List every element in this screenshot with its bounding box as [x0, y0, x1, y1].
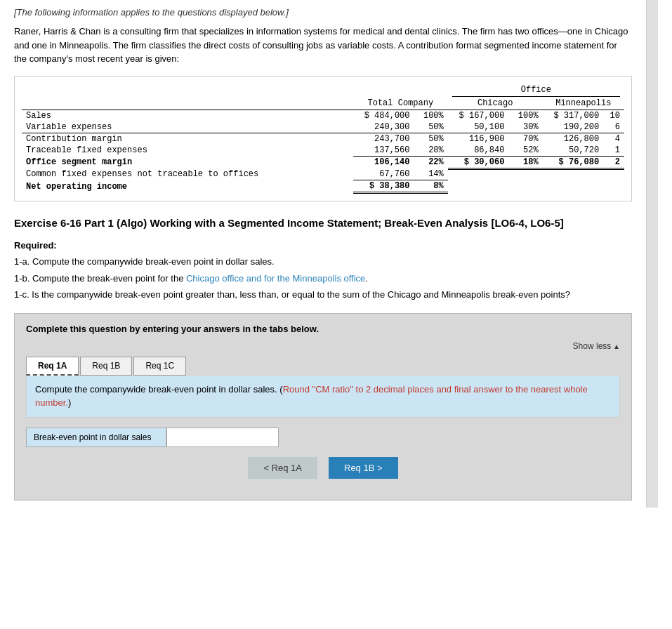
var-total-pct: 50%	[414, 121, 447, 133]
osm-total-pct: 22%	[414, 156, 447, 168]
th-empty	[22, 97, 353, 110]
cfe-chicago-pct-empty	[508, 168, 542, 180]
required-item-1c: 1-c. Is the companywide break-even point…	[14, 288, 632, 302]
row-label-cm: Contribution margin	[22, 133, 353, 145]
sales-mpls-dollar: $ 317,000	[543, 110, 604, 121]
tabs-row: Req 1A Req 1B Req 1C	[26, 357, 620, 376]
exercise-heading: Exercise 6-16 Part 1 (Algo) Working with…	[14, 216, 632, 230]
sales-chicago-dollar: $ 167,000	[448, 110, 509, 121]
sales-total-dollar: $ 484,000	[353, 110, 414, 121]
table-row: Net operating income $ 38,380 8%	[22, 180, 624, 193]
prev-button[interactable]: < Req 1A	[248, 457, 317, 479]
req-1a-text: 1-a. Compute the companywide break-even …	[14, 256, 275, 267]
th-total-company: Total Company	[353, 97, 448, 110]
cm-mpls-pct: 4	[603, 133, 624, 145]
cfe-mpls-pct-empty	[603, 168, 624, 180]
req-1b-link: Chicago office and for the Minneapolis o…	[186, 273, 365, 284]
var-total-dollar: 240,300	[353, 121, 414, 133]
tab-req1b[interactable]: Req 1B	[80, 357, 132, 376]
page-container: [The following information applies to th…	[0, 0, 672, 508]
table-row: Common fixed expenses not traceable to o…	[22, 168, 624, 180]
noi-mpls-empty	[543, 180, 604, 193]
var-chicago-dollar: 50,100	[448, 121, 509, 133]
noi-chicago-pct-empty	[508, 180, 542, 193]
osm-mpls-pct: 2	[603, 156, 624, 168]
row-label-traceable: Traceable fixed expenses	[22, 145, 353, 157]
sales-chicago-pct: 100%	[508, 110, 542, 121]
trace-chicago-pct: 52%	[508, 145, 542, 157]
financial-table-wrapper: Office Total Company Chicago Minneapolis…	[14, 76, 632, 202]
cm-mpls-dollar: 126,800	[543, 133, 604, 145]
trace-total-dollar: 137,560	[353, 145, 414, 157]
financial-table: Office Total Company Chicago Minneapolis…	[22, 84, 624, 194]
required-section: Required: 1-a. Compute the companywide b…	[14, 240, 632, 302]
trace-mpls-dollar: 50,720	[543, 145, 604, 157]
show-less-button[interactable]: Show less	[573, 341, 620, 351]
osm-chicago-dollar: $ 30,060	[448, 156, 509, 168]
row-label-office-margin: Office segment margin	[22, 156, 353, 168]
italic-header: [The following information applies to th…	[14, 7, 632, 18]
noi-mpls-pct-empty	[603, 180, 624, 193]
tab-content-after: )	[68, 397, 71, 408]
req-1b-text-after: .	[365, 273, 368, 284]
col-header-total	[353, 84, 448, 97]
osm-chicago-pct: 18%	[508, 156, 542, 168]
break-even-input[interactable]	[166, 428, 279, 447]
table-row: Variable expenses 240,300 50% 50,100 30%…	[22, 121, 624, 133]
row-label-noi: Net operating income	[22, 180, 353, 193]
osm-total-dollar: 106,140	[353, 156, 414, 168]
tab-content-area: Compute the companywide break-even point…	[26, 376, 620, 418]
tab-req1c[interactable]: Req 1C	[133, 357, 186, 376]
scrollbar[interactable]	[646, 0, 658, 508]
osm-mpls-dollar: $ 76,080	[543, 156, 604, 168]
cm-chicago-dollar: 116,900	[448, 133, 509, 145]
show-less-row: Show less	[26, 341, 620, 351]
row-label-variable: Variable expenses	[22, 121, 353, 133]
required-label: Required:	[14, 240, 632, 251]
input-label-box: Break-even point in dollar sales	[26, 428, 166, 447]
required-item-1a: 1-a. Compute the companywide break-even …	[14, 255, 632, 269]
th-minneapolis: Minneapolis	[543, 97, 624, 110]
row-label-common: Common fixed expenses not traceable to o…	[22, 168, 353, 180]
req-1b-text-before: 1-b. Compute the break-even point for th…	[14, 273, 186, 284]
cfe-chicago-empty	[448, 168, 509, 180]
intro-text: Raner, Harris & Chan is a consulting fir…	[14, 25, 632, 66]
var-mpls-dollar: 190,200	[543, 121, 604, 133]
noi-total-pct: 8%	[414, 180, 447, 193]
noi-chicago-empty	[448, 180, 509, 193]
var-chicago-pct: 30%	[508, 121, 542, 133]
trace-total-pct: 28%	[414, 145, 447, 157]
req-1c-text: 1-c. Is the companywide break-even point…	[14, 289, 570, 300]
cm-total-pct: 50%	[414, 133, 447, 145]
th-chicago: Chicago	[448, 97, 543, 110]
answer-box: Complete this question by entering your …	[14, 313, 632, 501]
nav-buttons: < Req 1A Req 1B >	[26, 457, 620, 479]
cm-total-dollar: 243,700	[353, 133, 414, 145]
input-row: Break-even point in dollar sales	[26, 428, 620, 447]
sales-mpls-pct: 10	[603, 110, 624, 121]
table-row: Sales $ 484,000 100% $ 167,000 100% $ 31…	[22, 110, 624, 121]
cm-chicago-pct: 70%	[508, 133, 542, 145]
cfe-mpls-empty	[543, 168, 604, 180]
col-header-office: Office	[448, 84, 624, 97]
sales-total-pct: 100%	[414, 110, 447, 121]
table-row: Traceable fixed expenses 137,560 28% 86,…	[22, 145, 624, 157]
table-row: Contribution margin 243,700 50% 116,900 …	[22, 133, 624, 145]
table-row: Office segment margin 106,140 22% $ 30,0…	[22, 156, 624, 168]
trace-chicago-dollar: 86,840	[448, 145, 509, 157]
next-button[interactable]: Req 1B >	[329, 457, 398, 479]
trace-mpls-pct: 1	[603, 145, 624, 157]
cfe-total-dollar: 67,760	[353, 168, 414, 180]
required-item-1b: 1-b. Compute the break-even point for th…	[14, 272, 632, 286]
answer-box-instruction: Complete this question by entering your …	[26, 324, 620, 334]
tab-req1a[interactable]: Req 1A	[26, 357, 79, 376]
noi-total-dollar: $ 38,380	[353, 180, 414, 193]
cfe-total-pct: 14%	[414, 168, 447, 180]
main-content: [The following information applies to th…	[0, 0, 646, 508]
tab-content-before: Compute the companywide break-even point…	[35, 384, 283, 395]
col-header-label	[22, 84, 353, 97]
var-mpls-pct: 6	[603, 121, 624, 133]
row-label-sales: Sales	[22, 110, 353, 121]
